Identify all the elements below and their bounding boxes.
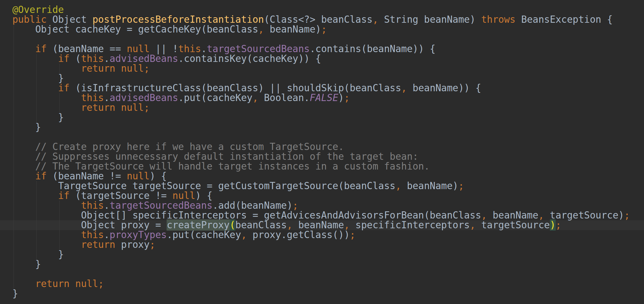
- code-token-pn[interactable]: ;: [144, 63, 150, 74]
- code-line[interactable]: this.proxyTypes.put(cacheKey, proxy.getC…: [0, 230, 644, 240]
- code-token-def[interactable]: }: [12, 259, 41, 270]
- code-token-kw[interactable]: throws: [481, 14, 515, 25]
- code-line[interactable]: return null;: [0, 64, 644, 73]
- code-token-pn[interactable]: ,: [241, 229, 247, 240]
- code-line-current[interactable]: Object proxy = createProxy(beanClass, be…: [0, 220, 644, 230]
- code-token-pn[interactable]: ;: [556, 219, 561, 231]
- code-line[interactable]: }: [0, 113, 644, 122]
- code-token-kw[interactable]: null: [75, 278, 98, 289]
- code-line[interactable]: this.targetSourcedBeans.add(beanName);: [0, 201, 644, 210]
- code-token-sf[interactable]: FALSE: [310, 92, 338, 103]
- code-token-def[interactable]: proxy: [115, 239, 150, 250]
- code-line[interactable]: TargetSource targetSource = getCustomTar…: [0, 181, 644, 191]
- code-token-def[interactable]: .containsKey(cacheKey)) {: [178, 53, 321, 64]
- code-token-pn[interactable]: ,: [258, 24, 264, 35]
- code-token-pn[interactable]: ;: [344, 92, 350, 103]
- code-token-pn[interactable]: ,: [401, 82, 407, 94]
- code-token-pn[interactable]: ,: [395, 180, 401, 191]
- code-token-def[interactable]: [115, 102, 121, 113]
- code-line[interactable]: }: [0, 73, 644, 83]
- code-line[interactable]: }: [0, 289, 644, 299]
- code-token-def[interactable]: .put(cacheKey: [167, 229, 241, 240]
- code-token-pn[interactable]: ;: [458, 180, 464, 191]
- code-token-def[interactable]: targetSource: [475, 219, 550, 231]
- code-line[interactable]: return proxy;: [0, 240, 644, 250]
- code-token-def[interactable]: specificInterceptors: [350, 219, 470, 231]
- code-token-def[interactable]: beanName): [401, 180, 458, 191]
- code-token-pn[interactable]: ;: [150, 239, 155, 250]
- code-token-def[interactable]: }: [12, 288, 18, 299]
- code-line[interactable]: if (targetSource != null) {: [0, 191, 644, 201]
- code-area: @Overridepublic Object postProcessBefore…: [0, 5, 644, 299]
- code-token-def[interactable]: beanName)) {: [407, 82, 481, 94]
- code-token-def[interactable]: proxy.getClass()): [247, 229, 350, 240]
- code-token-def[interactable]: Object cacheKey = getCacheKey(beanClass: [12, 24, 258, 35]
- code-token-def[interactable]: ): [338, 92, 344, 103]
- code-line[interactable]: if (this.advisedBeans.containsKey(cacheK…: [0, 54, 644, 64]
- code-token-pn[interactable]: ,: [373, 14, 378, 25]
- code-token-def[interactable]: .contains(beanName)) {: [310, 43, 435, 54]
- code-line[interactable]: if (beanName == null || !this.targetSour…: [0, 44, 644, 54]
- code-line[interactable]: if (beanName != null) {: [0, 171, 644, 181]
- code-token-def[interactable]: }: [12, 121, 41, 133]
- code-token-kw[interactable]: null: [121, 102, 144, 113]
- code-line[interactable]: return null;: [0, 279, 644, 289]
- code-token-pn[interactable]: ;: [144, 102, 150, 113]
- code-token-pn[interactable]: ;: [624, 210, 630, 221]
- code-token-def[interactable]: [115, 63, 121, 74]
- code-token-kw[interactable]: return: [81, 102, 115, 113]
- code-line[interactable]: return null;: [0, 103, 644, 113]
- code-line[interactable]: [0, 132, 644, 142]
- code-token-pn[interactable]: ;: [350, 229, 355, 240]
- code-token-def[interactable]: String beanName): [378, 14, 481, 25]
- code-line[interactable]: // The TargetSource will handle target i…: [0, 162, 644, 171]
- code-line[interactable]: @Override: [0, 5, 644, 15]
- code-token-def[interactable]: BeansException {: [515, 14, 613, 25]
- code-token-def[interactable]: Boolean.: [258, 92, 310, 103]
- code-token-pn[interactable]: ;: [98, 278, 104, 289]
- code-line[interactable]: [0, 34, 644, 44]
- code-line[interactable]: // Create proxy here if we have a custom…: [0, 142, 644, 152]
- code-line[interactable]: public Object postProcessBeforeInstantia…: [0, 15, 644, 24]
- code-line[interactable]: this.advisedBeans.put(cacheKey, Boolean.…: [0, 93, 644, 103]
- code-line[interactable]: [0, 269, 644, 279]
- code-token-kw[interactable]: return: [35, 278, 69, 289]
- code-token-kw[interactable]: return: [81, 63, 115, 74]
- code-line[interactable]: // Suppresses unnecessary default instan…: [0, 152, 644, 162]
- code-token-def[interactable]: beanName): [264, 24, 321, 35]
- code-line[interactable]: Object[] specificInterceptors = getAdvic…: [0, 210, 644, 220]
- code-token-mb[interactable]: ): [550, 219, 556, 231]
- code-line[interactable]: Object cacheKey = getCacheKey(beanClass,…: [0, 24, 644, 34]
- code-editor: @Overridepublic Object postProcessBefore…: [0, 0, 644, 304]
- code-token-pn[interactable]: ,: [252, 92, 258, 103]
- code-token-pn[interactable]: ,: [470, 219, 475, 231]
- code-token-def[interactable]: [70, 278, 75, 289]
- code-token-def[interactable]: .put(cacheKey: [178, 92, 252, 103]
- code-line[interactable]: if (isInfrastructureClass(beanClass) || …: [0, 83, 644, 93]
- code-token-pn[interactable]: ;: [321, 24, 327, 35]
- code-line[interactable]: }: [0, 259, 644, 269]
- code-token-kw[interactable]: return: [81, 239, 115, 250]
- code-line[interactable]: }: [0, 122, 644, 132]
- code-line[interactable]: }: [0, 250, 644, 259]
- code-token-kw[interactable]: null: [121, 63, 144, 74]
